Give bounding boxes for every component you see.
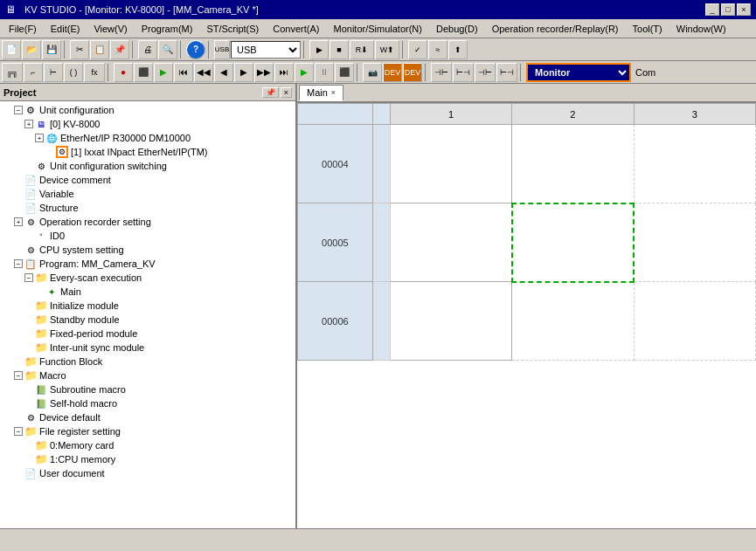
connection-type-select[interactable]: USB Serial Ethernet [231,41,301,59]
copy-button[interactable]: 📋 [90,40,109,59]
project-close-button[interactable]: × [281,87,292,98]
tree-item-memory-card[interactable]: 📁 0:Memory card [0,438,295,452]
ladder4-btn[interactable]: ⊢⊣ [496,63,517,82]
dev2-btn[interactable]: DEV [403,63,422,82]
help-button[interactable]: ? [186,40,205,59]
row-00006-cell-2[interactable] [512,282,634,361]
upload-button[interactable]: ⬆ [448,40,468,59]
expand-macro[interactable]: − [14,371,23,380]
connect-button[interactable]: ▶ [309,40,329,59]
ladder-btn[interactable]: ╔╗ [2,63,23,82]
row-00006-cell-3[interactable] [634,282,755,361]
expand-ethernet[interactable]: + [35,134,44,142]
tree-item-self-hold-macro[interactable]: 📗 Self-hold macro [0,396,295,410]
menu-debug[interactable]: Debug(D) [429,22,485,36]
menu-st-script[interactable]: ST/Script(S) [199,22,266,36]
disconnect-button[interactable]: ■ [329,40,349,59]
menu-program[interactable]: Program(M) [135,22,200,36]
tree-item-op-recorder[interactable]: + ⚙ Operation recorder setting [0,215,295,229]
project-controls[interactable]: 📌 × [262,87,292,98]
project-pin-button[interactable]: 📌 [262,87,279,98]
tree-item-macro[interactable]: − 📁 Macro [0,368,295,382]
tree-item-unit-config[interactable]: − ⚙ Unit configuration [0,103,295,117]
open-button[interactable]: 📂 [22,40,41,59]
tree-item-standby[interactable]: 📁 Standby module [0,313,295,327]
dev-btn[interactable]: DEV [383,63,402,82]
tree-item-function-block[interactable]: 📁 Function Block [0,355,295,368]
tree-item-inter-unit[interactable]: 📁 Inter-unit sync module [0,341,295,355]
tree-item-device-comment[interactable]: 📄 Device comment [0,173,295,187]
ladder2-btn[interactable]: ⊢⊣ [453,63,474,82]
row-00005-cell-3[interactable] [634,203,755,282]
contact-a-btn[interactable]: ⌐ [24,63,43,82]
cut-button[interactable]: ✂ [70,40,89,59]
tree-item-main[interactable]: ✦ Main [0,285,295,299]
tree-item-file-register[interactable]: − 📁 File register setting [0,424,295,438]
back-btn[interactable]: ◀ [214,63,233,82]
grid-container[interactable]: 1 2 3 00004 0000 [297,103,756,528]
new-button[interactable]: 📄 [2,40,21,59]
prev-btn[interactable]: ◀◀ [194,63,213,82]
tree-item-fixed-period[interactable]: 📁 Fixed-period module [0,327,295,341]
tree-item-structure[interactable]: 📄 Structure [0,201,295,215]
tree-item-user-document[interactable]: 📄 User document [0,466,295,480]
menu-window[interactable]: Window(W) [669,22,733,36]
tree-item-id0[interactable]: * ID0 [0,229,295,243]
monitor-mode-select[interactable]: Monitor Simulator [526,63,631,82]
row-00004-cell-3[interactable] [634,125,755,203]
tree-item-subroutine-macro[interactable]: 📗 Subroutine macro [0,382,295,396]
next-btn[interactable]: ⏭ [274,63,294,82]
tree-item-program[interactable]: − 📋 Program: MM_Camera_KV [0,257,295,271]
fwd-btn[interactable]: ▶ [234,63,253,82]
tree-item-kv8000[interactable]: + 🖥 [0] KV-8000 [0,117,295,131]
title-bar-controls[interactable]: _ □ × [705,3,751,16]
paste-button[interactable]: 📌 [110,40,129,59]
ladder3-btn[interactable]: ⊣⊢ [475,63,496,82]
tab-main[interactable]: Main × [299,85,343,101]
menu-op-recorder[interactable]: Operation recorder/Replay(R) [485,22,626,36]
tree-item-cpu-memory[interactable]: 📁 1:CPU memory [0,452,295,466]
tree-item-init-module[interactable]: 📁 Initialize module [0,299,295,313]
row-00004-cell-2[interactable] [512,125,634,203]
play-btn[interactable]: ▶ [295,63,314,82]
maximize-button[interactable]: □ [721,3,735,16]
run-btn[interactable]: ● [114,63,133,82]
menu-file[interactable]: File(F) [2,22,44,36]
expand-program[interactable]: − [14,259,23,268]
row-00004-cell-1[interactable] [390,125,511,203]
tree-item-variable[interactable]: 📄 Variable [0,187,295,201]
read-button[interactable]: R⬇ [350,40,374,59]
menu-view[interactable]: View(V) [87,22,134,36]
rec-stop-btn[interactable]: ⬛ [335,63,354,82]
fwd-all-btn[interactable]: ▶▶ [254,63,274,82]
tree-item-cpu-sys[interactable]: ⚙ CPU system setting [0,243,295,257]
step-back-btn[interactable]: ⏮ [174,63,193,82]
minimize-button[interactable]: _ [705,3,719,16]
tree-item-ethernet[interactable]: + 🌐 EtherNet/IP R30000 DM10000 [0,131,295,145]
expand-unit-config[interactable]: − [14,106,23,114]
row-00005-cell-1[interactable] [390,203,511,282]
verify-button[interactable]: ✓ [408,40,427,59]
ladder1-btn[interactable]: ⊣⊢ [431,63,452,82]
close-button[interactable]: × [737,3,751,16]
row-00005-cell-2[interactable] [512,203,634,282]
cam-btn[interactable]: 📷 [363,63,382,82]
tab-main-close[interactable]: × [331,88,336,97]
menu-edit[interactable]: Edit(E) [44,22,87,36]
menu-convert[interactable]: Convert(A) [266,22,326,36]
menu-monitor[interactable]: Monitor/Simulator(N) [326,22,428,36]
row-00006-cell-1[interactable] [390,282,511,361]
tree-item-device-default[interactable]: ⚙ Device default [0,410,295,424]
expand-every-scan[interactable]: − [24,273,33,282]
coil-btn[interactable]: ( ) [64,63,83,82]
func-btn[interactable]: fx [84,63,105,82]
expand-op-recorder[interactable]: + [14,217,23,226]
write-button[interactable]: W⬆ [375,40,399,59]
tree-item-unit-switch[interactable]: ⚙ Unit configuration switching [0,159,295,173]
menu-tool[interactable]: Tool(T) [626,22,669,36]
expand-file-register[interactable]: − [14,427,23,436]
stop-btn[interactable]: ⏸ [315,63,334,82]
tree-item-ixxat[interactable]: ⚙ [1] Ixxat INpact EtherNet/IP(TM) [0,145,295,159]
save-button[interactable]: 💾 [42,40,61,59]
contact-b-btn[interactable]: ⊢ [44,63,63,82]
